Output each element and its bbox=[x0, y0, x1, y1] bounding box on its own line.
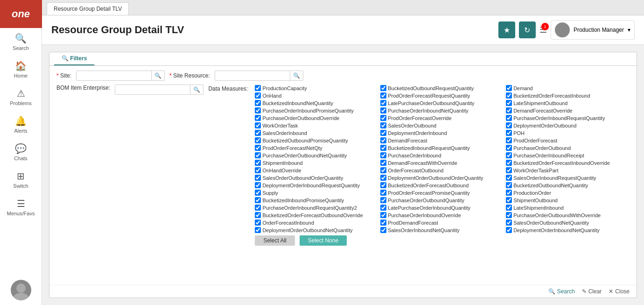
tab-filters[interactable]: 🔍 Filters bbox=[54, 52, 94, 65]
dm-checkbox-purchaseorderoutboundwithoverride[interactable] bbox=[506, 212, 512, 218]
dm-checkbox-onhand[interactable] bbox=[255, 92, 261, 99]
dm-checkbox-bucketizedorderforecastinboundoverride[interactable] bbox=[506, 160, 512, 166]
dm-checkbox-purchaseorderinboundnetquantity[interactable] bbox=[380, 107, 386, 113]
dm-checkbox-prodorderforecastoverride[interactable] bbox=[380, 115, 386, 121]
dm-checkbox-bucketizedinboundpromisequantity[interactable] bbox=[255, 197, 261, 203]
dm-checkbox-bucketizedorderforecastinbound[interactable] bbox=[506, 92, 512, 99]
dm-checkbox-bucketizedoutboundrequestquantity[interactable] bbox=[380, 85, 386, 91]
dm-checkbox-shipmentoutbound[interactable] bbox=[506, 197, 512, 203]
dm-checkbox-salesorderinbound[interactable] bbox=[255, 130, 261, 136]
dm-label-prodorderforecastnetqty: ProdOrderForecastNetQty bbox=[262, 145, 322, 151]
dm-checkbox-purchaseorderinboundrequestquantity[interactable] bbox=[506, 115, 512, 121]
dm-label-productioncapacity: ProductionCapacity bbox=[262, 85, 307, 91]
svg-point-3 bbox=[557, 32, 568, 37]
dm-label-salesorderoutbound: SalesOrderOutbound bbox=[388, 123, 436, 128]
dm-checkbox-bucketizedoutboundnetquantity[interactable] bbox=[506, 182, 512, 188]
sidebar-label-home: Home bbox=[14, 73, 28, 78]
sidebar-item-switch[interactable]: ⊞ Switch bbox=[0, 166, 42, 193]
sidebar-item-menus[interactable]: ☰ Menus/Favs bbox=[0, 193, 42, 221]
sidebar-item-problems[interactable]: ⚠ Problems bbox=[0, 83, 42, 111]
dm-label-proddemandforecast: ProdDemandForecast bbox=[388, 220, 438, 226]
dm-item: ShipmentOutbound bbox=[506, 197, 630, 204]
dm-checkbox-latepurchaseorderinboundquantity[interactable] bbox=[380, 205, 386, 211]
dm-checkbox-purchaseorderinboundoverride[interactable] bbox=[380, 212, 386, 218]
dm-checkbox-purchaseorderinboundpromisequantity[interactable] bbox=[255, 107, 261, 113]
dm-checkbox-prodorderforecastrequestquantity[interactable] bbox=[380, 92, 386, 99]
sidebar-item-alerts[interactable]: 🔔 Alerts bbox=[0, 111, 42, 138]
dm-checkbox-shipmentinbound[interactable] bbox=[255, 160, 261, 166]
dm-checkbox-purchaseorderinboundrequestquantity2[interactable] bbox=[255, 205, 261, 211]
dm-label-deploymentorderinboundnetquantity: DeploymentOrderInboundNetQuantity bbox=[513, 227, 600, 233]
dm-checkbox-salesorderoutbound[interactable] bbox=[380, 122, 386, 128]
site-resource-input[interactable] bbox=[215, 71, 290, 80]
dm-checkbox-purchaseorderinbound[interactable] bbox=[380, 152, 386, 158]
dm-checkbox-prodorderforecastpromisequantity[interactable] bbox=[380, 190, 386, 196]
sidebar-item-search[interactable]: 🔍 Search bbox=[0, 28, 42, 56]
dm-checkbox-bucketizedinboundnetquantity[interactable] bbox=[255, 100, 261, 106]
dm-checkbox-bucketizedinboundrequestquantity[interactable] bbox=[380, 145, 386, 151]
dm-checkbox-orderforecastoutbound[interactable] bbox=[380, 167, 386, 173]
dm-checkbox-latepurchaseorderoutboundquantity[interactable] bbox=[380, 100, 386, 106]
dm-item: DemandForecastWithOverride bbox=[380, 159, 504, 166]
header: Resource Group Detail TLV ★ ↻ ☰ 1 Produc… bbox=[42, 15, 644, 45]
dm-checkbox-purchaseorderoutboundquantity[interactable] bbox=[380, 197, 386, 203]
dm-checkbox-bucketizedoutboundpromisequantity[interactable] bbox=[255, 137, 261, 143]
dm-checkbox-bucketizedorderforecastoutboundoverride[interactable] bbox=[255, 212, 261, 218]
site-search-button[interactable]: 🔍 bbox=[151, 71, 164, 80]
sidebar-item-chats[interactable]: 💬 Chats bbox=[0, 138, 42, 166]
dm-checkbox-prodorderforecast[interactable] bbox=[506, 137, 512, 143]
dm-checkbox-purchaseorderinboundreceipt[interactable] bbox=[506, 152, 512, 158]
dm-checkbox-supply[interactable] bbox=[255, 190, 261, 196]
dm-checkbox-salesorderinboundnetquantity[interactable] bbox=[380, 227, 386, 233]
site-input[interactable] bbox=[77, 71, 151, 80]
dm-checkbox-poh[interactable] bbox=[506, 130, 512, 136]
sidebar-item-home[interactable]: 🏠 Home bbox=[0, 56, 42, 83]
search-footer-button[interactable]: 🔍 Search bbox=[548, 288, 575, 295]
dm-checkbox-lateshipmentoutbound[interactable] bbox=[506, 100, 512, 106]
dm-checkbox-deploymentorderinboundrequestquantity[interactable] bbox=[255, 182, 261, 188]
dm-checkbox-salesorderinboundrequestquantity[interactable] bbox=[506, 175, 512, 181]
dm-checkbox-salesorderoutboundnetquantity[interactable] bbox=[506, 220, 512, 226]
dm-label-bucketizedorderforecastoutbound: BucketizedOrderForecastOutbound bbox=[388, 183, 469, 188]
dm-checkbox-demandforecastoverride[interactable] bbox=[506, 107, 512, 113]
close-button[interactable]: ✕ Close bbox=[609, 288, 630, 295]
dm-checkbox-bucketizedorderforecastoutbound[interactable] bbox=[380, 182, 386, 188]
dm-checkbox-purchaseorderoutboundoverride[interactable] bbox=[255, 115, 261, 121]
bom-input[interactable] bbox=[115, 85, 190, 94]
dm-checkbox-proddemandforecast[interactable] bbox=[380, 220, 386, 226]
dm-label-prodorderforecast: ProdOrderForecast bbox=[513, 138, 557, 143]
star-button[interactable]: ★ bbox=[498, 21, 515, 38]
clear-button[interactable]: ✎ Clear bbox=[582, 288, 602, 295]
dm-checkbox-prodorderforecastnetqty[interactable] bbox=[255, 145, 261, 151]
avatar[interactable] bbox=[11, 280, 31, 300]
dm-checkbox-orderforecastinbound[interactable] bbox=[255, 220, 261, 226]
logo[interactable]: one bbox=[0, 0, 42, 28]
dm-checkbox-deploymentorderoutboundorderquantity[interactable] bbox=[380, 175, 386, 181]
dm-checkbox-deploymentorderoutboundnetquantity[interactable] bbox=[255, 227, 261, 233]
dm-checkbox-productionorder[interactable] bbox=[506, 190, 512, 196]
select-all-button[interactable]: Select All bbox=[255, 235, 294, 246]
select-none-button[interactable]: Select None bbox=[300, 235, 347, 246]
dm-checkbox-deploymentorderinbound[interactable] bbox=[380, 130, 386, 136]
dm-checkbox-deploymentorderinboundnetquantity[interactable] bbox=[506, 227, 512, 233]
bom-search-button[interactable]: 🔍 bbox=[190, 85, 203, 94]
user-selector[interactable]: Production Manager ▾ bbox=[551, 20, 635, 40]
dm-checkbox-purchaseorderoutboundnetquantity[interactable] bbox=[255, 152, 261, 158]
tab-resource-group[interactable]: Resource Group Detail TLV bbox=[47, 2, 129, 15]
dm-checkbox-onhandoverride[interactable] bbox=[255, 167, 261, 173]
dm-checkbox-workordertask[interactable] bbox=[255, 122, 261, 128]
notification-button[interactable]: ☰ 1 bbox=[539, 25, 547, 35]
dm-checkbox-salesorderoutboundorderquantity[interactable] bbox=[255, 175, 261, 181]
dm-checkbox-purchaseorderoutbound[interactable] bbox=[506, 145, 512, 151]
dm-checkbox-lateshipmentinbound[interactable] bbox=[506, 205, 512, 211]
dm-checkbox-productioncapacity[interactable] bbox=[255, 85, 261, 91]
site-resource-search-button[interactable]: 🔍 bbox=[290, 71, 303, 80]
dm-checkbox-demandforecast[interactable] bbox=[380, 137, 386, 143]
refresh-button[interactable]: ↻ bbox=[519, 21, 536, 38]
dm-checkbox-demand[interactable] bbox=[506, 85, 512, 91]
dm-checkbox-demandforecastwithoverride[interactable] bbox=[380, 160, 386, 166]
dm-label-purchaseorderinbound: PurchaseOrderInbound bbox=[388, 153, 441, 158]
dm-checkbox-deploymentorderoutbound[interactable] bbox=[506, 122, 512, 128]
user-avatar bbox=[555, 22, 570, 37]
dm-checkbox-workordertaskpart[interactable] bbox=[506, 167, 512, 173]
